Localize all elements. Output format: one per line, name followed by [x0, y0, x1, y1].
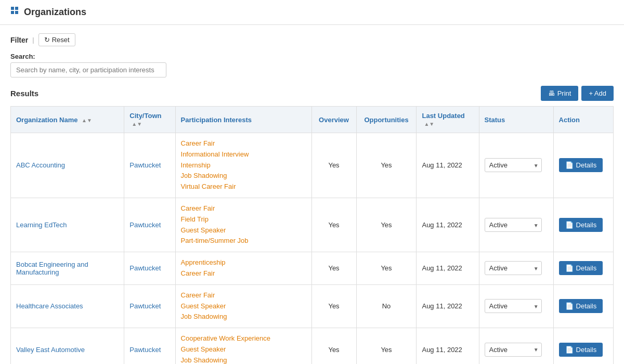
- participation-item[interactable]: Guest Speaker: [181, 225, 306, 236]
- document-icon: 📄: [565, 346, 574, 354]
- org-name-link[interactable]: Healthcare Associates: [16, 302, 83, 310]
- status-select[interactable]: ActiveInactive: [485, 218, 542, 232]
- col-header-org-name[interactable]: Organization Name ▲▼: [11, 107, 124, 133]
- opportunities-cell: Yes: [356, 252, 417, 285]
- last-updated-cell: Aug 11, 2022: [417, 198, 479, 252]
- sort-arrows-city: ▲▼: [132, 121, 142, 127]
- details-button[interactable]: 📄 Details: [559, 299, 603, 313]
- opportunities-cell: Yes: [356, 198, 417, 252]
- city-link[interactable]: Pawtucket: [129, 264, 161, 272]
- participation-item[interactable]: Apprenticeship: [181, 257, 306, 268]
- print-button[interactable]: 🖶 Print: [541, 86, 579, 101]
- participation-item[interactable]: Guest Speaker: [181, 301, 306, 312]
- opportunities-cell: Yes: [356, 133, 417, 198]
- overview-cell: Yes: [311, 328, 356, 364]
- document-icon: 📄: [565, 221, 574, 229]
- org-name-link[interactable]: ABC Accounting: [16, 161, 65, 169]
- reset-button[interactable]: ↻ Reset: [38, 33, 75, 46]
- col-header-overview: Overview: [311, 107, 356, 133]
- participation-item[interactable]: Career Fair: [181, 268, 306, 279]
- participation-item[interactable]: Virtual Career Fair: [181, 181, 306, 192]
- search-label: Search:: [10, 53, 614, 60]
- participation-item[interactable]: Cooperative Work Experience: [181, 333, 306, 344]
- overview-cell: Yes: [311, 284, 356, 328]
- print-icon: 🖶: [548, 89, 555, 97]
- org-name-link[interactable]: Valley East Automotive: [16, 346, 85, 354]
- table-row: Learning EdTechPawtucketCareer FairField…: [11, 198, 614, 252]
- last-updated-cell: Aug 11, 2022: [417, 284, 479, 328]
- participation-item[interactable]: Field Trip: [181, 214, 306, 225]
- sort-arrows-org: ▲▼: [82, 118, 92, 123]
- org-name-link[interactable]: Bobcat Engineering and Manufacturing: [16, 261, 88, 276]
- svg-rect-1: [15, 7, 18, 10]
- participation-item[interactable]: Career Fair: [181, 138, 306, 149]
- page-title: Organizations: [10, 6, 86, 18]
- svg-rect-0: [11, 7, 14, 10]
- col-header-status: Status: [479, 107, 553, 133]
- table-row: Valley East AutomotivePawtucketCooperati…: [11, 328, 614, 364]
- main-content: Filter | ↻ Reset Search: Results 🖶 Print…: [0, 25, 624, 364]
- svg-rect-2: [11, 11, 14, 14]
- participation-item[interactable]: Job Shadowing: [181, 355, 306, 364]
- status-select[interactable]: ActiveInactive: [485, 261, 542, 275]
- last-updated-cell: Aug 11, 2022: [417, 252, 479, 285]
- filter-label: Filter: [10, 36, 28, 44]
- col-header-city[interactable]: City/Town ▲▼: [124, 107, 175, 133]
- table-row: Healthcare AssociatesPawtucketCareer Fai…: [11, 284, 614, 328]
- details-button[interactable]: 📄 Details: [559, 218, 603, 232]
- status-select[interactable]: ActiveInactive: [485, 343, 542, 357]
- participation-item[interactable]: Internship: [181, 160, 306, 171]
- opportunities-cell: Yes: [356, 328, 417, 364]
- document-icon: 📄: [565, 302, 574, 310]
- results-label: Results: [10, 89, 38, 98]
- participation-item[interactable]: Part-time/Summer Job: [181, 236, 306, 246]
- last-updated-cell: Aug 11, 2022: [417, 133, 479, 198]
- col-header-opportunities: Opportunities: [356, 107, 417, 133]
- opportunities-cell: No: [356, 284, 417, 328]
- document-icon: 📄: [565, 161, 574, 169]
- document-icon: 📄: [565, 264, 574, 272]
- last-updated-cell: Aug 11, 2022: [417, 328, 479, 364]
- status-select[interactable]: ActiveInactive: [485, 299, 542, 313]
- participation-item[interactable]: Career Fair: [181, 203, 306, 214]
- details-button[interactable]: 📄 Details: [559, 158, 603, 172]
- city-link[interactable]: Pawtucket: [129, 161, 161, 169]
- details-button[interactable]: 📄 Details: [559, 261, 603, 275]
- table-header: Organization Name ▲▼ City/Town ▲▼ Partic…: [11, 107, 614, 133]
- toolbar-buttons: 🖶 Print + Add: [541, 86, 614, 101]
- overview-cell: Yes: [311, 133, 356, 198]
- city-link[interactable]: Pawtucket: [129, 346, 161, 354]
- grid-icon: [10, 6, 20, 18]
- table-body: ABC AccountingPawtucketCareer FairInform…: [11, 133, 614, 365]
- col-header-action: Action: [553, 107, 613, 133]
- organizations-table: Organization Name ▲▼ City/Town ▲▼ Partic…: [10, 106, 614, 364]
- participation-item[interactable]: Job Shadowing: [181, 171, 306, 181]
- city-link[interactable]: Pawtucket: [129, 302, 161, 310]
- search-section: Search:: [10, 53, 614, 77]
- col-header-last-updated[interactable]: Last Updated ▲▼: [417, 107, 479, 133]
- table-row: Bobcat Engineering and ManufacturingPawt…: [11, 252, 614, 285]
- add-button[interactable]: + Add: [581, 86, 614, 101]
- table-row: ABC AccountingPawtucketCareer FairInform…: [11, 133, 614, 198]
- page-header: Organizations: [0, 0, 624, 25]
- sort-arrows-updated: ▲▼: [424, 121, 434, 127]
- org-name-link[interactable]: Learning EdTech: [16, 221, 67, 229]
- filter-bar: Filter | ↻ Reset: [10, 33, 614, 46]
- col-header-participation: Participation Interests: [175, 107, 311, 133]
- svg-rect-3: [15, 11, 18, 14]
- participation-item[interactable]: Informational Interview: [181, 149, 306, 160]
- results-bar: Results 🖶 Print + Add: [10, 86, 614, 101]
- city-link[interactable]: Pawtucket: [129, 221, 161, 229]
- participation-item[interactable]: Job Shadowing: [181, 311, 306, 322]
- refresh-icon: ↻: [44, 36, 50, 44]
- overview-cell: Yes: [311, 198, 356, 252]
- filter-divider: |: [32, 36, 34, 44]
- details-button[interactable]: 📄 Details: [559, 343, 603, 357]
- participation-item[interactable]: Guest Speaker: [181, 344, 306, 355]
- overview-cell: Yes: [311, 252, 356, 285]
- status-select[interactable]: ActiveInactive: [485, 158, 542, 172]
- participation-item[interactable]: Career Fair: [181, 290, 306, 301]
- search-input[interactable]: [10, 62, 166, 77]
